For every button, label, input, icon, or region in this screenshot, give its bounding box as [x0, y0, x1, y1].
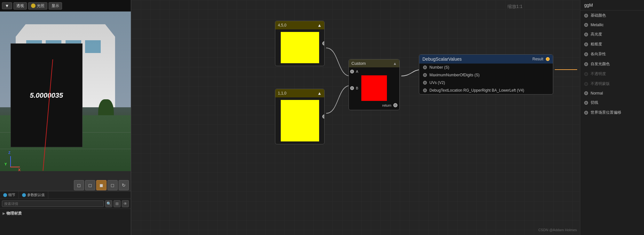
right-panel-item-3[interactable]: 粗糙度 [580, 39, 644, 49]
right-panel-item-6[interactable]: 不透明度 [580, 69, 644, 79]
bottom-panel-header: 细节 参数默认值 [0, 191, 131, 199]
tab-params[interactable]: 参数默认值 [19, 191, 48, 199]
node-450-body [275, 29, 324, 66]
right-item-label-9: 切线 [591, 100, 598, 105]
debug-pin-uvs: UVs (V2) [419, 79, 553, 87]
cube-text: 5.0000035 [30, 91, 63, 100]
custom-pin-a-connector[interactable] [350, 70, 354, 73]
right-item-label-6: 不透明度 [591, 71, 606, 77]
right-panel-item-1[interactable]: Metallic [580, 20, 644, 29]
lighting-btn[interactable]: 光照 [28, 2, 47, 10]
right-connector-8[interactable] [584, 91, 588, 95]
right-connector-2[interactable] [584, 33, 588, 36]
right-item-label-1: Metallic [591, 23, 604, 27]
viewport-mode-btn-5[interactable]: ↻ [119, 180, 129, 190]
viewport-mode-btn-2[interactable]: ◻ [85, 180, 95, 190]
node-110-output[interactable] [322, 115, 325, 119]
custom-return-connector[interactable] [393, 103, 397, 107]
display-btn[interactable]: 显示 [49, 2, 62, 10]
debug-pin-debugtext: DebugTextLocation RG_UpperRight BA_Lower… [419, 87, 553, 94]
right-connector-4[interactable] [584, 52, 588, 56]
right-panel-item-4[interactable]: 各向异性 [580, 49, 644, 59]
debug-pin-maxdigits: MaximumNumberOfDigits (S) [419, 71, 553, 79]
right-panel-items: 基础颜色Metallic高光度粗糙度各向异性自发光颜色不透明度不透明蒙版Norm… [580, 11, 644, 118]
right-connector-1[interactable] [584, 23, 588, 27]
viewport-mode-btn-4[interactable]: ◻ [107, 180, 118, 190]
debug-maxdigits-connector[interactable] [423, 73, 427, 77]
right-panel-item-7[interactable]: 不透明蒙版 [580, 79, 644, 89]
debug-result-connector[interactable] [546, 57, 550, 61]
zoom-label: 缩放1:1 [507, 4, 522, 10]
search-input[interactable] [2, 201, 104, 207]
viewport-mode-btn-1[interactable]: ◻ [74, 180, 84, 190]
right-connector-5[interactable] [584, 62, 588, 66]
left-panel: ▼ 透视 光照 显示 [0, 0, 131, 235]
custom-pin-return: return [349, 102, 399, 109]
debug-pin-number: Number (S) [419, 64, 553, 71]
debug-node-header: DebugScalarValues Result [419, 55, 553, 64]
connections-svg [131, 0, 580, 235]
right-panel-item-0[interactable]: 基础颜色 [580, 11, 644, 20]
bottom-viewport-toolbar: ◻ ◻ ◼ ◻ ↻ [74, 180, 129, 190]
grid-view-button[interactable]: ⊞ [114, 200, 121, 207]
right-connector-9[interactable] [584, 101, 588, 105]
custom-node: Custom ▲ A B return [349, 59, 400, 110]
right-item-label-2: 高光度 [591, 32, 602, 37]
filter-button[interactable]: 👁 [122, 200, 129, 207]
right-item-label-7: 不透明蒙版 [591, 81, 610, 87]
csdn-watermark: CSDN @Addam Holmes [538, 228, 577, 232]
window-controls[interactable]: ▼ [2, 2, 12, 9]
right-item-label-8: Normal [591, 91, 603, 95]
debug-debugtext-connector[interactable] [423, 88, 427, 92]
right-item-label-0: 基础颜色 [591, 13, 606, 18]
custom-pin-b-connector[interactable] [350, 86, 354, 90]
axis-indicator: Z X Y [4, 151, 20, 167]
right-panel-item-9[interactable]: 切线 [580, 98, 644, 108]
right-connector-7[interactable] [584, 82, 588, 86]
custom-node-header: Custom ▲ [349, 59, 399, 67]
viewport-toolbar: ▼ 透视 光照 显示 [0, 0, 131, 11]
right-connector-0[interactable] [584, 14, 588, 18]
bottom-panels: 细节 参数默认值 🔍 ⊞ 👁 ▶ 物理材质 [0, 191, 131, 235]
right-item-label-4: 各向异性 [591, 51, 606, 57]
right-item-label-5: 自发光颜色 [591, 61, 610, 67]
search-button[interactable]: 🔍 [105, 200, 112, 207]
custom-pin-a: A [349, 69, 399, 74]
perspective-btn[interactable]: 透视 [13, 2, 27, 10]
right-connector-10[interactable] [584, 111, 588, 115]
tab-details[interactable]: 细节 [0, 191, 19, 199]
node-110-header: 1,1,0 ▲ [275, 89, 324, 97]
viewport-mode-btn-3[interactable]: ◼ [96, 180, 106, 190]
debug-uvs-connector[interactable] [423, 81, 427, 85]
right-panel: ggM 基础颜色Metallic高光度粗糙度各向异性自发光颜色不透明度不透明蒙版… [580, 0, 644, 235]
right-panel-item-10[interactable]: 世界场景位置偏移 [580, 108, 644, 118]
right-connector-6[interactable] [584, 72, 588, 76]
right-item-label-10: 世界场景位置偏移 [591, 110, 621, 115]
viewport-background: 5.0000035 Z X Y [0, 11, 131, 171]
node-110: 1,1,0 ▲ [275, 89, 325, 144]
right-panel-item-2[interactable]: 高光度 [580, 29, 644, 39]
right-connector-3[interactable] [584, 42, 588, 46]
custom-pin-b: B [349, 74, 399, 102]
right-panel-title: ggM [580, 0, 644, 11]
debug-node: DebugScalarValues Result Number (S) Maxi… [419, 54, 553, 95]
node-450: 4,5,0 ▲ [275, 21, 325, 66]
right-panel-item-8[interactable]: Normal [580, 89, 644, 98]
main-canvas[interactable]: 缩放1:1 4,5,0 ▲ 1,1,0 ▲ Cu [131, 0, 580, 235]
custom-node-body: A B return [349, 67, 399, 110]
right-panel-item-5[interactable]: 自发光颜色 [580, 59, 644, 69]
viewport-3d: 5.0000035 Z X Y [0, 11, 131, 171]
debug-number-connector[interactable] [423, 65, 427, 69]
node-450-header: 4,5,0 ▲ [275, 21, 324, 29]
node-110-body [275, 97, 324, 144]
section-title: ▶ 物理材质 [0, 209, 131, 218]
search-row: 🔍 ⊞ 👁 [0, 199, 131, 209]
node-450-output[interactable] [322, 42, 325, 46]
right-item-label-3: 粗糙度 [591, 42, 602, 47]
